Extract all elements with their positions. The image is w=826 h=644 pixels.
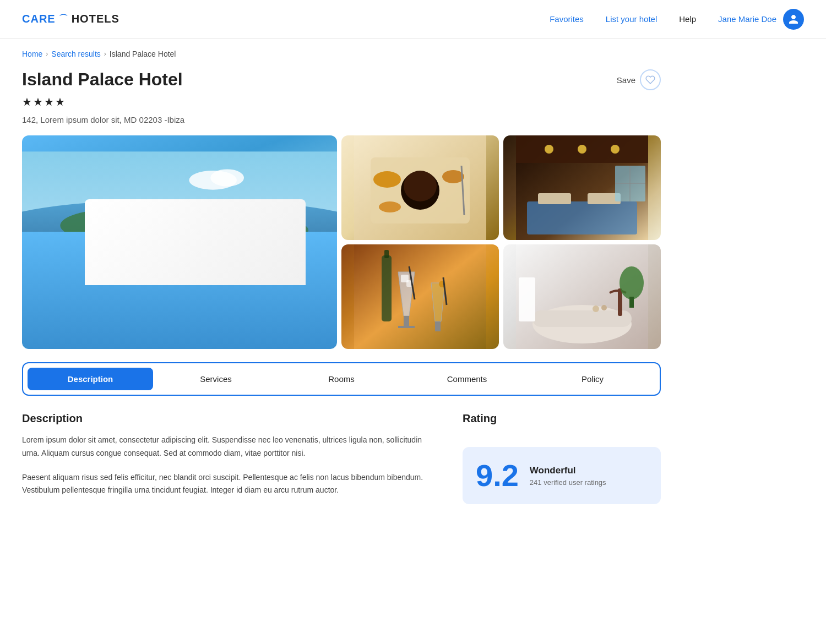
tab-services[interactable]: Services xyxy=(153,368,279,390)
tab-bar: Description Services Rooms Comments Poli… xyxy=(22,362,661,396)
gallery-food-image[interactable] xyxy=(341,135,499,240)
svg-point-12 xyxy=(177,242,194,266)
save-label: Save xyxy=(617,75,635,85)
description-title: Description xyxy=(22,412,430,425)
hotel-stars: ★ ★ ★ ★ xyxy=(22,95,183,108)
tab-comments[interactable]: Comments xyxy=(404,368,530,390)
breadcrumb: Home › Search results › Island Palace Ho… xyxy=(22,50,661,58)
svg-point-19 xyxy=(379,201,401,212)
hotel-address: 142, Lorem ipsum dolor sit, MD 02203 -Ib… xyxy=(22,115,661,124)
svg-point-3 xyxy=(213,217,308,244)
nav-favorites[interactable]: Favorites xyxy=(550,14,584,24)
svg-point-50 xyxy=(620,266,644,299)
breadcrumb-home[interactable]: Home xyxy=(22,50,42,58)
tab-rooms[interactable]: Rooms xyxy=(279,368,404,390)
svg-point-5 xyxy=(210,169,244,186)
description-para-1: Lorem ipsum dolor sit amet, consectetur … xyxy=(22,434,430,460)
breadcrumb-sep-1: › xyxy=(46,50,48,58)
svg-rect-11 xyxy=(184,256,187,280)
main-content: Home › Search results › Island Palace Ho… xyxy=(0,39,683,530)
svg-rect-49 xyxy=(519,277,535,321)
user-name[interactable]: Jane Marie Doe xyxy=(718,14,776,24)
breadcrumb-current: Island Palace Hotel xyxy=(110,50,176,58)
description-section: Description Lorem ipsum dolor sit amet, … xyxy=(22,412,430,508)
star-3: ★ xyxy=(44,95,54,108)
nav-list-hotel[interactable]: List your hotel xyxy=(606,14,657,24)
star-2: ★ xyxy=(33,95,43,108)
hotel-info: Island Palace Hotel ★ ★ ★ ★ xyxy=(22,69,183,115)
gallery-bar-image[interactable] xyxy=(341,244,499,349)
logo-care: CARE xyxy=(22,13,56,25)
logo: CARE ⌒ HOTELS xyxy=(22,13,119,25)
gallery-main-image[interactable] xyxy=(22,135,337,349)
svg-point-53 xyxy=(601,305,607,310)
svg-point-25 xyxy=(611,145,620,154)
save-button[interactable]: Save xyxy=(617,69,661,90)
svg-rect-7 xyxy=(46,280,227,332)
rating-score: 9.2 xyxy=(476,460,519,491)
svg-rect-9 xyxy=(260,290,289,299)
svg-rect-35 xyxy=(398,326,415,328)
header-nav: Favorites List your hotel Help Jane Mari… xyxy=(550,9,804,30)
rating-title: Rating xyxy=(463,412,661,425)
svg-point-23 xyxy=(545,145,553,154)
svg-rect-34 xyxy=(404,316,409,327)
header: CARE ⌒ HOTELS Favorites List your hotel … xyxy=(0,0,826,39)
svg-rect-51 xyxy=(629,297,634,308)
rating-info: Wonderful 241 verified user ratings xyxy=(530,465,606,487)
logo-hotels: HOTELS xyxy=(72,13,119,25)
svg-rect-43 xyxy=(382,255,392,321)
svg-rect-48 xyxy=(618,288,622,316)
rating-section: Rating 9.2 Wonderful 241 verified user r… xyxy=(463,412,661,508)
user-avatar[interactable] xyxy=(783,9,804,30)
svg-rect-10 xyxy=(294,261,298,299)
svg-rect-0 xyxy=(22,151,337,332)
rating-count: 241 verified user ratings xyxy=(530,478,606,487)
rating-label: Wonderful xyxy=(530,465,606,476)
logo-icon: ⌒ xyxy=(59,13,68,25)
svg-point-17 xyxy=(373,171,401,188)
tab-policy[interactable]: Policy xyxy=(530,368,655,390)
svg-rect-26 xyxy=(527,201,637,234)
svg-point-24 xyxy=(578,145,586,154)
tab-description[interactable]: Description xyxy=(28,368,153,390)
svg-point-18 xyxy=(442,170,464,183)
hotel-title-row: Island Palace Hotel ★ ★ ★ ★ Save xyxy=(22,69,661,115)
user-section: Jane Marie Doe xyxy=(718,9,804,30)
svg-point-16 xyxy=(404,171,437,201)
svg-rect-8 xyxy=(227,290,256,299)
svg-rect-32 xyxy=(354,244,486,349)
gallery-bath-image[interactable] xyxy=(503,244,661,349)
hotel-name: Island Palace Hotel xyxy=(22,69,183,90)
content-area: Description Lorem ipsum dolor sit amet, … xyxy=(22,412,661,508)
save-heart-icon xyxy=(640,69,661,90)
breadcrumb-sep-2: › xyxy=(104,50,106,58)
svg-rect-27 xyxy=(538,193,571,204)
svg-rect-47 xyxy=(532,310,632,327)
nav-help[interactable]: Help xyxy=(679,14,696,24)
svg-rect-44 xyxy=(384,250,389,258)
star-1: ★ xyxy=(22,95,32,108)
svg-point-2 xyxy=(60,209,175,242)
rating-box: 9.2 Wonderful 241 verified user ratings xyxy=(463,447,661,504)
breadcrumb-search[interactable]: Search results xyxy=(51,50,100,58)
photo-gallery xyxy=(22,135,661,349)
gallery-spa-image[interactable] xyxy=(503,135,661,240)
star-4: ★ xyxy=(55,95,65,108)
svg-point-52 xyxy=(593,305,599,312)
svg-rect-40 xyxy=(435,321,441,331)
description-para-2: Paesent aliquam risus sed felis efficitu… xyxy=(22,471,430,498)
svg-rect-6 xyxy=(117,247,337,333)
